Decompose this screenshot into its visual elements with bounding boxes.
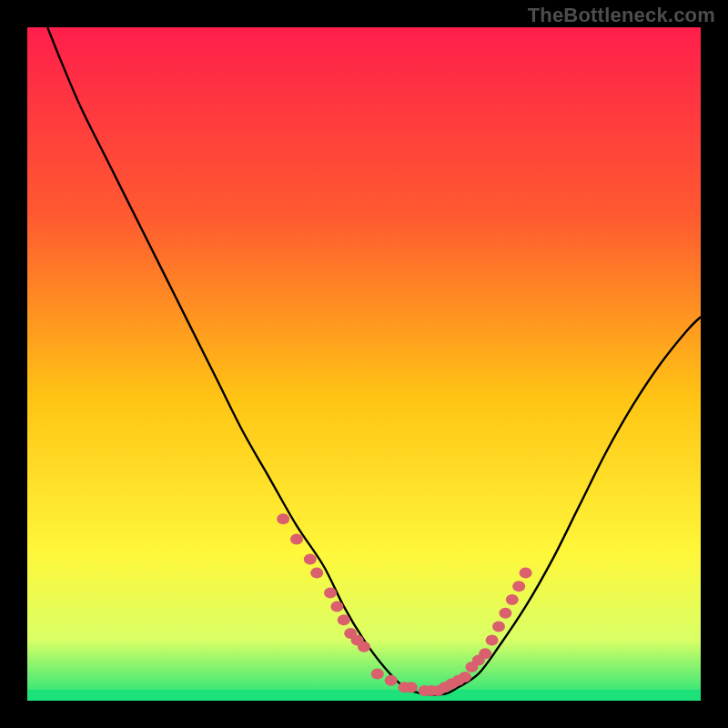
chart-frame: TheBottleneck.com	[0, 0, 728, 728]
curve-marker	[506, 594, 519, 605]
curve-marker	[405, 682, 418, 693]
curve-marker	[486, 634, 499, 645]
curve-marker	[492, 622, 505, 632]
curve-marker	[330, 601, 343, 612]
curve-marker	[371, 668, 384, 679]
curve-marker	[324, 588, 337, 599]
curve-marker	[290, 533, 303, 544]
curve-marker	[338, 614, 350, 625]
curve-marker	[512, 581, 525, 592]
bottleneck-chart	[0, 0, 728, 728]
curve-marker	[520, 567, 532, 578]
green-bottom-band	[27, 690, 701, 701]
curve-marker	[358, 642, 370, 652]
curve-marker	[310, 567, 323, 578]
gradient-background	[27, 27, 701, 701]
curve-marker	[277, 513, 289, 524]
curve-marker	[479, 648, 491, 659]
curve-marker	[459, 672, 471, 682]
curve-marker	[499, 608, 511, 619]
curve-marker	[385, 675, 398, 686]
curve-marker	[304, 554, 317, 565]
